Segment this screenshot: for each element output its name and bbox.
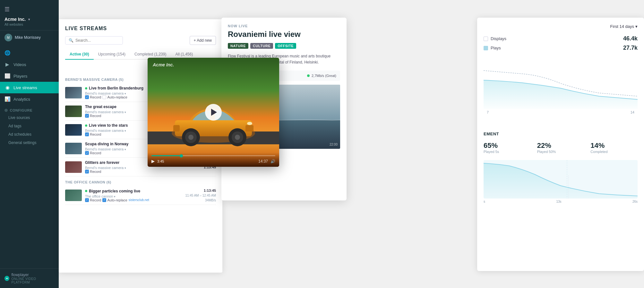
date-range-label: First 14 days [610,24,634,29]
svg-rect-14 [173,125,180,131]
volume-icon[interactable]: 🔊 [270,159,275,164]
footer-brand-sub: ONLINE VIDEO PLATFORM [11,277,54,284]
tag-culture: CULTURE [250,43,273,49]
engagement-stat-2: 14% Completed [590,141,638,154]
record-checkbox[interactable]: ✓ Record [85,95,101,99]
stream-group-office: THE OFFICE CANNON (6) [65,176,216,186]
sidebar-item-globe[interactable]: 🌐 [0,47,59,59]
stream-info: Bigger particles coming live The office … [85,189,174,202]
stream-actions: ✓ Record ✓ Auto-replace sistersclub.net [85,198,174,202]
record-checkbox[interactable]: ✓ Record [85,170,101,174]
eng-x-label-1: 13s [556,200,561,203]
stream-size: 34MB/s [205,199,216,202]
video-progress-bar[interactable] [151,155,275,156]
video-icon: ▶ [4,62,10,67]
sidebar-live-label: Live streams [13,85,37,90]
sidebar-brand[interactable]: Acme Inc. ▾ [4,17,54,22]
dashed-vertical-line [568,175,569,199]
video-background: Acme Inc. ▶ 3:45 14:37 🔊 [148,58,279,167]
brand-name: Acme Inc. [4,17,26,22]
sidebar-item-live-sources[interactable]: Live sources [0,114,59,122]
analytics-line-chart [484,58,638,109]
search-icon: 🔍 [69,38,73,43]
footer-brand: ● flowplayer ONLINE VIDEO PLATFORM [4,273,54,284]
search-box[interactable]: 🔍 [65,36,123,45]
auto-replace-checkbox[interactable]: ✓ Auto-replace [102,198,127,202]
sidebar-item-players[interactable]: ⬜ Players [0,70,59,82]
date-range-button[interactable]: First 14 days ▾ [610,24,638,29]
displays-value: 46.4k [623,35,638,42]
record-checkbox[interactable]: ✓ Record [85,114,101,118]
engagement-label-0: Played 5s [484,150,531,154]
sidebar-item-videos[interactable]: ▶ Videos [0,59,59,70]
analytics-chart: 7 14 [484,58,638,122]
quality-dot [307,74,310,77]
chart-x-label-14: 14 [631,110,634,114]
table-row: Bigger particles coming live The office … [65,186,216,205]
chart-x-labels: 7 14 [484,110,638,114]
stream-title: Live view to the stars [89,123,128,128]
engagement-label-2: Completed [590,150,638,154]
legend-plays: Plays 27.7k [484,45,638,51]
plays-color-box [484,46,488,50]
brand-arrow: ▾ [28,18,30,21]
players-icon: ⬜ [4,73,10,79]
sidebar-item-general-settings[interactable]: General settings [0,139,59,147]
svg-point-9 [235,135,240,140]
stream-duration: 1:13:45 [204,189,216,192]
quality-label: 2,7Mb/s (Great) [312,74,336,78]
footer-brand-name: flowplayer [11,273,54,277]
tab-active[interactable]: Active (30) [65,49,94,60]
sidebar-videos-label: Videos [13,62,26,67]
hamburger-icon[interactable]: ☰ [4,6,54,13]
checkbox-blue-icon: ✓ [85,114,89,118]
record-checkbox[interactable]: ✓ Record [85,132,101,136]
sidebar-nav: 🌐 ▶ Videos ⬜ Players ◉ Live streams 📊 An… [0,45,59,268]
sidebar-header: ☰ Acme Inc. ▾ All websites [0,0,59,30]
stream-source: The office cannon ▾ [85,194,174,198]
video-time-left: ▶ 3:45 [151,159,164,164]
flowplayer-dot: ● [4,276,9,281]
stream-title: Glitters are forever [85,160,119,165]
sidebar-item-ad-schedules[interactable]: Ad schedules [0,130,59,139]
record-checkbox[interactable]: ✓ Record [85,151,101,155]
sidebar-item-live-streams[interactable]: ◉ Live streams [0,82,59,93]
legend-displays-left: Displays [484,36,506,41]
video-play-small-icon[interactable]: ▶ [151,159,155,164]
analytics-panel: First 14 days ▾ Displays 46.4k Plays 27.… [477,18,644,271]
sidebar: ☰ Acme Inc. ▾ All websites M Mike Morris… [0,0,59,288]
stream-thumb [65,161,82,173]
stream-title: The great escape [85,105,116,109]
search-input[interactable] [75,38,119,43]
play-button[interactable] [205,104,222,121]
svg-point-12 [188,135,193,140]
live-dot [85,87,87,89]
checkbox-blue-icon: ✓ [85,95,89,99]
analytics-icon: 📊 [4,96,10,102]
configure-header: ◎ CONFIGURE [0,105,59,114]
stream-thumb [65,143,82,154]
plays-value: 27.7k [623,45,638,51]
engagement-x-labels: s 13s 26s [484,200,638,203]
stream-link[interactable]: sistersclub.net [129,198,149,202]
sidebar-user: M Mike Morrissey [0,30,59,45]
stream-meta: 1:13:45 11:45 AM – 12:45 AM 34MB/s [177,189,216,202]
stream-title: Bigger particles coming live [89,189,140,193]
sidebar-item-analytics[interactable]: 📊 Analytics [0,93,59,105]
add-new-button[interactable]: + Add new [190,36,216,45]
tab-upcoming[interactable]: Upcoming (154) [94,49,130,60]
displays-label: Displays [491,36,506,41]
stream-thumb [65,106,82,117]
analytics-header: First 14 days ▾ [484,24,638,29]
checkbox-blue-icon: ✓ [85,170,89,174]
sidebar-analytics-label: Analytics [13,97,30,102]
record-checkbox[interactable]: ✓ Record [85,198,101,202]
displays-color-box [484,37,488,41]
analytics-section-title: EMENT [484,131,638,136]
tag-offsite: OFFSITE [275,43,296,49]
stream-thumb [65,190,82,201]
auto-replace-checkbox[interactable]: Auto-replace [102,95,127,99]
sidebar-item-ad-tags[interactable]: Ad tags [0,122,59,130]
detail-title: Rovaniemi live view [228,30,340,39]
checkbox-blue-icon: ✓ [85,132,89,136]
